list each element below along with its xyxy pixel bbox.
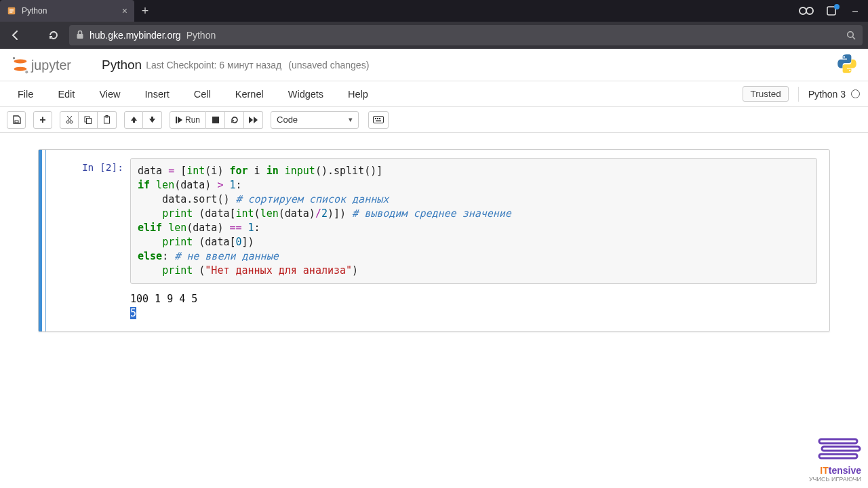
svg-rect-29 [375,118,376,119]
svg-point-12 [13,57,15,59]
trusted-button[interactable]: Trusted [743,86,788,102]
output-result: 5 [130,307,136,319]
copy-button[interactable] [79,111,98,129]
zoom-icon[interactable] [846,30,856,40]
svg-point-15 [844,56,845,57]
svg-point-13 [25,70,28,73]
minimize-icon[interactable]: － [849,3,861,19]
watermark: ITtensive УЧИСЬ ИГРАЮЧИ [809,436,861,483]
svg-line-20 [68,116,72,121]
svg-point-5 [806,7,813,14]
command-palette-button[interactable] [368,111,389,129]
move-up-button[interactable] [124,111,143,129]
menu-cell[interactable]: Cell [182,81,223,106]
svg-rect-31 [379,118,380,119]
paste-button[interactable] [98,111,117,129]
code-input[interactable]: data = [int(i) for i in input().split()]… [130,158,817,284]
svg-text:jupyter: jupyter [31,57,71,72]
back-button[interactable] [5,25,26,45]
menubar: File Edit View Insert Cell Kernel Widget… [0,81,868,107]
svg-line-9 [853,37,856,40]
svg-rect-17 [15,121,18,123]
svg-rect-33 [819,439,857,443]
svg-rect-32 [376,121,381,122]
svg-line-21 [67,116,71,121]
code-cell[interactable]: In [2]: data = [int(i) for i in input().… [39,150,829,331]
svg-rect-7 [77,34,83,39]
extensions-icon[interactable] [826,5,837,16]
interrupt-button[interactable] [206,111,225,129]
watermark-icon [818,436,861,461]
restart-run-all-button[interactable] [244,111,263,129]
menu-widgets[interactable]: Widgets [276,81,336,106]
svg-point-4 [800,7,806,14]
menu-edit[interactable]: Edit [45,81,87,106]
svg-point-10 [14,59,27,63]
tab-title: Python [22,6,122,16]
svg-rect-3 [9,12,12,13]
browser-addressbar: hub.gke.mybinder.org Python [0,22,868,49]
svg-rect-35 [819,454,857,458]
svg-point-11 [14,66,27,70]
svg-rect-28 [374,117,384,123]
kernel-indicator-icon [851,89,860,98]
menu-file[interactable]: File [5,81,45,106]
cell-type-select[interactable]: Code [271,111,359,129]
save-button[interactable] [7,111,26,129]
svg-rect-2 [9,10,14,11]
svg-point-8 [848,32,853,37]
svg-point-16 [849,69,850,70]
jupyter-logo-icon[interactable]: jupyter [9,55,91,75]
browser-tabbar: Python × + － [0,0,868,22]
cell-output: 100 1 9 4 5 5 [130,292,817,321]
new-tab-button[interactable]: + [134,0,156,22]
restart-button[interactable] [225,111,244,129]
svg-rect-34 [822,447,860,451]
menu-view[interactable]: View [87,81,132,106]
notebook-name[interactable]: Python [102,58,142,73]
svg-rect-30 [377,118,378,119]
notebook: In [2]: data = [int(i) for i in input().… [38,149,830,332]
output-stdin: 100 1 9 4 5 [130,293,197,305]
python-logo-icon[interactable] [835,52,859,78]
notebook-area: In [2]: data = [int(i) for i in input().… [0,133,868,488]
lock-icon [76,30,84,41]
reload-button[interactable] [43,25,64,45]
run-button[interactable]: Run [170,111,206,129]
notification-dot-icon [834,4,840,9]
menu-help[interactable]: Help [336,81,380,106]
insert-cell-button[interactable]: + [33,111,52,129]
url-path: Python [186,30,216,41]
cut-button[interactable] [60,111,79,129]
tab-close-icon[interactable]: × [122,5,127,16]
menu-kernel[interactable]: Kernel [223,81,276,106]
move-down-button[interactable] [143,111,162,129]
svg-point-19 [70,121,73,123]
svg-rect-1 [9,9,14,9]
unsaved-label: (unsaved changes) [288,60,369,70]
svg-point-18 [66,121,69,123]
svg-rect-26 [176,117,177,123]
reader-icon[interactable] [799,7,814,15]
watermark-sub: УЧИСЬ ИГРАЮЧИ [809,476,861,483]
svg-rect-23 [87,119,92,124]
url-host: hub.gke.mybinder.org [90,30,181,41]
jupyter-header: jupyter Python Last Checkpoint: 6 минут … [0,49,868,81]
browser-tab[interactable]: Python × [0,0,134,22]
svg-rect-27 [212,117,219,123]
url-input[interactable]: hub.gke.mybinder.org Python [69,25,863,45]
menu-insert[interactable]: Insert [133,81,182,106]
checkpoint-label: Last Checkpoint: 6 минут назад [146,60,281,70]
toolbar: + Run Code [0,107,868,133]
input-prompt: In [2]: [42,158,130,321]
kernel-name[interactable]: Python 3 [798,87,864,102]
tab-favicon-icon [7,6,16,16]
